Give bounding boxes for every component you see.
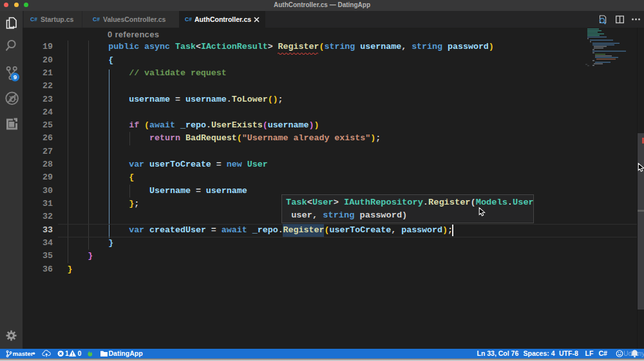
svg-text:9: 9 xyxy=(14,73,17,80)
